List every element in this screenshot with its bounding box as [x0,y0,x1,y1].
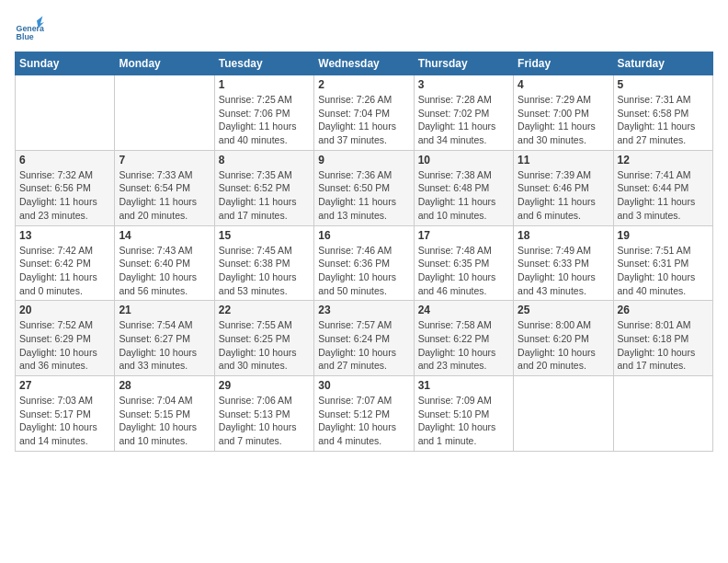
calendar-cell: 9Sunrise: 7:36 AM Sunset: 6:50 PM Daylig… [314,150,414,225]
day-info: Sunrise: 7:31 AM Sunset: 6:58 PM Dayligh… [618,93,709,147]
day-number: 19 [618,229,709,242]
day-info: Sunrise: 7:04 AM Sunset: 5:15 PM Dayligh… [119,394,210,448]
day-info: Sunrise: 7:49 AM Sunset: 6:33 PM Dayligh… [518,244,609,298]
calendar-cell [613,376,712,452]
day-number: 30 [318,379,409,392]
day-info: Sunrise: 7:46 AM Sunset: 6:36 PM Dayligh… [318,244,409,298]
weekday-header: Wednesday [314,52,414,75]
logo-icon: General Blue [15,15,44,44]
calendar-cell: 30Sunrise: 7:07 AM Sunset: 5:12 PM Dayli… [314,376,414,452]
day-number: 22 [219,304,310,316]
day-info: Sunrise: 7:07 AM Sunset: 5:12 PM Dayligh… [318,394,409,448]
weekday-header: Saturday [613,52,712,75]
calendar-week-row: 20Sunrise: 7:52 AM Sunset: 6:29 PM Dayli… [16,301,713,376]
calendar-cell: 23Sunrise: 7:57 AM Sunset: 6:24 PM Dayli… [314,301,414,376]
day-number: 6 [19,154,110,167]
calendar-cell: 12Sunrise: 7:41 AM Sunset: 6:44 PM Dayli… [613,150,712,225]
day-number: 18 [518,229,609,242]
calendar-cell: 8Sunrise: 7:35 AM Sunset: 6:52 PM Daylig… [214,150,313,225]
calendar-week-row: 1Sunrise: 7:25 AM Sunset: 7:06 PM Daylig… [16,75,713,151]
day-number: 20 [19,304,110,316]
calendar-week-row: 6Sunrise: 7:32 AM Sunset: 6:56 PM Daylig… [16,150,713,225]
day-info: Sunrise: 7:39 AM Sunset: 6:46 PM Dayligh… [518,168,609,223]
day-number: 2 [318,78,409,91]
day-info: Sunrise: 7:52 AM Sunset: 6:29 PM Dayligh… [19,318,110,373]
day-info: Sunrise: 7:25 AM Sunset: 7:06 PM Dayligh… [219,93,310,147]
calendar-cell: 24Sunrise: 7:58 AM Sunset: 6:22 PM Dayli… [414,301,513,376]
svg-text:Blue: Blue [17,32,34,41]
day-number: 27 [19,379,110,392]
calendar-week-row: 27Sunrise: 7:03 AM Sunset: 5:17 PM Dayli… [16,376,713,452]
day-number: 3 [418,78,509,91]
day-info: Sunrise: 8:00 AM Sunset: 6:20 PM Dayligh… [518,318,609,373]
day-number: 13 [19,229,110,242]
calendar-cell: 31Sunrise: 7:09 AM Sunset: 5:10 PM Dayli… [414,376,513,452]
calendar-cell [514,376,613,452]
calendar-cell: 14Sunrise: 7:43 AM Sunset: 6:40 PM Dayli… [115,225,214,301]
calendar-cell: 19Sunrise: 7:51 AM Sunset: 6:31 PM Dayli… [613,225,712,301]
day-number: 17 [418,229,509,242]
day-info: Sunrise: 8:01 AM Sunset: 6:18 PM Dayligh… [618,318,709,373]
day-info: Sunrise: 7:54 AM Sunset: 6:27 PM Dayligh… [119,318,210,373]
day-number: 10 [418,154,509,167]
day-number: 24 [418,304,509,316]
calendar-cell: 29Sunrise: 7:06 AM Sunset: 5:13 PM Dayli… [214,376,313,452]
weekday-header: Thursday [414,52,513,75]
calendar-cell: 21Sunrise: 7:54 AM Sunset: 6:27 PM Dayli… [115,301,214,376]
day-info: Sunrise: 7:57 AM Sunset: 6:24 PM Dayligh… [318,318,409,373]
day-number: 5 [618,78,709,91]
day-info: Sunrise: 7:51 AM Sunset: 6:31 PM Dayligh… [618,244,709,298]
calendar-cell: 13Sunrise: 7:42 AM Sunset: 6:42 PM Dayli… [16,225,115,301]
day-info: Sunrise: 7:03 AM Sunset: 5:17 PM Dayligh… [19,394,110,448]
calendar-cell [115,75,214,151]
day-number: 21 [119,304,210,316]
day-number: 26 [618,304,709,316]
day-info: Sunrise: 7:43 AM Sunset: 6:40 PM Dayligh… [119,244,210,298]
day-info: Sunrise: 7:33 AM Sunset: 6:54 PM Dayligh… [119,168,210,223]
day-number: 4 [518,78,609,91]
calendar-cell: 5Sunrise: 7:31 AM Sunset: 6:58 PM Daylig… [613,75,712,151]
day-number: 15 [219,229,310,242]
weekday-header: Monday [115,52,214,75]
calendar-cell: 20Sunrise: 7:52 AM Sunset: 6:29 PM Dayli… [16,301,115,376]
day-info: Sunrise: 7:06 AM Sunset: 5:13 PM Dayligh… [219,394,310,448]
calendar-cell: 2Sunrise: 7:26 AM Sunset: 7:04 PM Daylig… [314,75,414,151]
day-info: Sunrise: 7:32 AM Sunset: 6:56 PM Dayligh… [19,168,110,223]
day-info: Sunrise: 7:35 AM Sunset: 6:52 PM Dayligh… [219,168,310,223]
calendar-cell: 22Sunrise: 7:55 AM Sunset: 6:25 PM Dayli… [214,301,313,376]
calendar-cell: 18Sunrise: 7:49 AM Sunset: 6:33 PM Dayli… [514,225,613,301]
weekday-header: Sunday [16,52,115,75]
day-info: Sunrise: 7:48 AM Sunset: 6:35 PM Dayligh… [418,244,509,298]
calendar-cell: 7Sunrise: 7:33 AM Sunset: 6:54 PM Daylig… [115,150,214,225]
calendar-cell: 27Sunrise: 7:03 AM Sunset: 5:17 PM Dayli… [16,376,115,452]
day-number: 8 [219,154,310,167]
day-info: Sunrise: 7:55 AM Sunset: 6:25 PM Dayligh… [219,318,310,373]
day-info: Sunrise: 7:41 AM Sunset: 6:44 PM Dayligh… [618,168,709,223]
day-info: Sunrise: 7:38 AM Sunset: 6:48 PM Dayligh… [418,168,509,223]
calendar-header-row: SundayMondayTuesdayWednesdayThursdayFrid… [16,52,713,75]
day-number: 29 [219,379,310,392]
day-info: Sunrise: 7:42 AM Sunset: 6:42 PM Dayligh… [19,244,110,298]
calendar-cell: 28Sunrise: 7:04 AM Sunset: 5:15 PM Dayli… [115,376,214,452]
day-number: 7 [119,154,210,167]
page-header: General Blue [15,15,713,44]
calendar-table: SundayMondayTuesdayWednesdayThursdayFrid… [15,52,713,452]
calendar-cell: 16Sunrise: 7:46 AM Sunset: 6:36 PM Dayli… [314,225,414,301]
calendar-cell: 17Sunrise: 7:48 AM Sunset: 6:35 PM Dayli… [414,225,513,301]
calendar-cell: 3Sunrise: 7:28 AM Sunset: 7:02 PM Daylig… [414,75,513,151]
day-info: Sunrise: 7:58 AM Sunset: 6:22 PM Dayligh… [418,318,509,373]
day-info: Sunrise: 7:45 AM Sunset: 6:38 PM Dayligh… [219,244,310,298]
day-number: 1 [219,78,310,91]
day-number: 9 [318,154,409,167]
calendar-cell: 4Sunrise: 7:29 AM Sunset: 7:00 PM Daylig… [514,75,613,151]
day-info: Sunrise: 7:28 AM Sunset: 7:02 PM Dayligh… [418,93,509,147]
day-number: 16 [318,229,409,242]
calendar-week-row: 13Sunrise: 7:42 AM Sunset: 6:42 PM Dayli… [16,225,713,301]
day-info: Sunrise: 7:26 AM Sunset: 7:04 PM Dayligh… [318,93,409,147]
day-info: Sunrise: 7:09 AM Sunset: 5:10 PM Dayligh… [418,394,509,448]
calendar-cell: 11Sunrise: 7:39 AM Sunset: 6:46 PM Dayli… [514,150,613,225]
calendar-cell [16,75,115,151]
day-info: Sunrise: 7:36 AM Sunset: 6:50 PM Dayligh… [318,168,409,223]
day-number: 14 [119,229,210,242]
weekday-header: Friday [514,52,613,75]
